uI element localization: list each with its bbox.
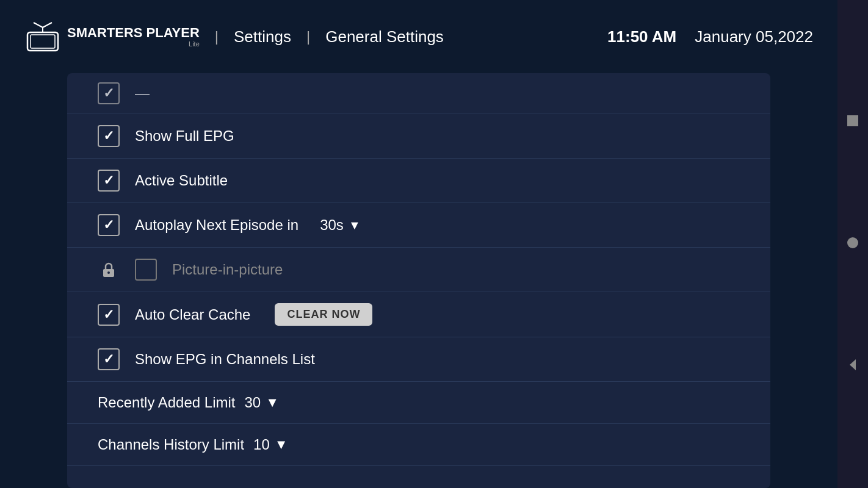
time-display: 11:50 AM [607, 27, 676, 46]
auto-clear-cache-checkbox[interactable] [98, 304, 120, 326]
active-subtitle-label: Active Subtitle [135, 172, 228, 189]
settings-item-autoplay: Autoplay Next Episode in 30s ▼ [67, 203, 770, 248]
pip-checkbox[interactable] [135, 259, 157, 281]
recently-added-limit-arrow-icon: ▼ [266, 395, 279, 411]
logo-text: SMARTERS PLAYER Lite [67, 26, 200, 48]
partial-label: — [135, 85, 150, 102]
date-display: January 05,2022 [695, 27, 813, 46]
nav-settings[interactable]: Settings [234, 27, 291, 46]
svg-rect-7 [847, 115, 858, 126]
settings-item-show-epg-channels: Show EPG in Channels List [67, 337, 770, 382]
settings-panel: — Show Full EPG Active Subtitle Autoplay… [67, 73, 770, 488]
svg-line-1 [43, 23, 52, 27]
square-icon[interactable] [846, 114, 859, 131]
channels-history-limit-row: Channels History Limit 10 ▼ [67, 424, 770, 466]
autoplay-label: Autoplay Next Episode in [135, 217, 298, 234]
back-arrow-icon[interactable] [846, 358, 859, 375]
auto-clear-cache-label: Auto Clear Cache [135, 306, 250, 323]
partial-item: — [67, 73, 770, 114]
recently-added-limit-row: Recently Added Limit 30 ▼ [67, 382, 770, 424]
svg-marker-9 [850, 359, 856, 370]
show-epg-channels-label: Show EPG in Channels List [135, 351, 315, 368]
settings-item-auto-clear-cache: Auto Clear Cache CLEAR NOW [67, 292, 770, 337]
channels-history-limit-dropdown[interactable]: 10 ▼ [253, 436, 288, 453]
active-subtitle-checkbox[interactable] [98, 170, 120, 192]
partial-checkbox[interactable] [98, 82, 120, 104]
settings-item-active-subtitle: Active Subtitle [67, 159, 770, 203]
autoplay-dropdown[interactable]: 30s ▼ [320, 217, 361, 234]
recently-added-limit-label: Recently Added Limit [98, 394, 235, 411]
show-full-epg-label: Show Full EPG [135, 127, 234, 145]
settings-item-pip: Picture-in-picture [67, 248, 770, 292]
nav-general-settings[interactable]: General Settings [325, 27, 444, 46]
channels-history-limit-label: Channels History Limit [98, 436, 244, 453]
autoplay-checkbox[interactable] [98, 214, 120, 236]
pip-label: Picture-in-picture [172, 261, 283, 278]
nav-separator-2: | [306, 28, 310, 45]
nav-separator-1: | [215, 28, 219, 45]
show-full-epg-checkbox[interactable] [98, 125, 120, 147]
lock-svg [100, 261, 117, 278]
header-right: 11:50 AM January 05,2022 [607, 27, 813, 46]
svg-point-8 [847, 237, 858, 248]
recently-added-limit-value: 30 [244, 394, 261, 411]
channels-history-limit-value: 10 [253, 436, 270, 453]
svg-rect-4 [31, 35, 55, 48]
circle-icon[interactable] [846, 236, 859, 253]
svg-point-6 [107, 271, 110, 274]
autoplay-arrow-icon: ▼ [349, 218, 361, 232]
settings-item-show-full-epg: Show Full EPG [67, 114, 770, 159]
logo-container: SMARTERS PLAYER Lite [24, 21, 200, 52]
logo-icon [24, 21, 61, 52]
pip-lock-icon [98, 259, 120, 281]
svg-line-0 [34, 23, 43, 27]
clear-now-button[interactable]: CLEAR NOW [275, 303, 372, 326]
show-epg-channels-checkbox[interactable] [98, 348, 120, 370]
recently-added-limit-dropdown[interactable]: 30 ▼ [244, 394, 278, 411]
header-left: SMARTERS PLAYER Lite | Settings | Genera… [24, 21, 444, 52]
autoplay-value: 30s [320, 217, 344, 234]
channels-history-limit-arrow-icon: ▼ [275, 437, 288, 453]
header: SMARTERS PLAYER Lite | Settings | Genera… [0, 0, 837, 73]
right-panel [837, 0, 868, 488]
